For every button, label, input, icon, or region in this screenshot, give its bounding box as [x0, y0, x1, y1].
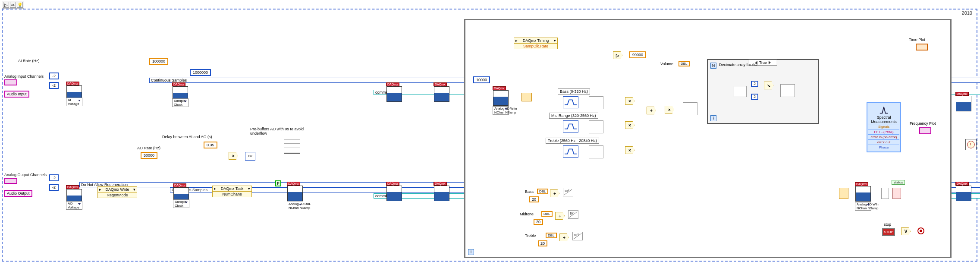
- daqmx-control-ai[interactable]: [386, 86, 402, 102]
- ai-channels-label: Analog Input Channels: [4, 74, 44, 79]
- delay-label: Delay between AI and AO (s): [162, 135, 212, 139]
- treble-20: 20: [538, 240, 547, 246]
- ao-voltage-ring[interactable]: AO Voltage: [66, 201, 82, 210]
- daqmx-write-prebuf[interactable]: Analog 2D DBL NChan NSamp: [287, 186, 303, 201]
- bass-band-label: Bass (0-320 Hz): [558, 88, 590, 95]
- mid-ctrl[interactable]: DBL: [541, 211, 553, 217]
- audio-output-terminal[interactable]: Audio Output: [4, 190, 32, 197]
- sample-clock-1[interactable]: Sample Clock: [172, 98, 188, 107]
- case-structure: True N Decimate array for AO 2 2 ↘ i: [707, 59, 819, 124]
- treble-band-label: Treble (2560 Hz - 20840 Hz): [546, 138, 599, 144]
- daqmx-start-ai[interactable]: [434, 86, 449, 102]
- daqmx-clear-ao[interactable]: [956, 186, 971, 201]
- build-wfm: [683, 102, 697, 115]
- ai-channels-terminal[interactable]: [4, 79, 17, 85]
- filter-treble[interactable]: [563, 145, 578, 158]
- get-wfm-comp-3: [589, 145, 603, 158]
- analog-1d-wfm-in[interactable]: Analog 1D Wfm NChan NSamp: [493, 106, 509, 115]
- daqmx-timing-ai[interactable]: Sample Clock: [173, 86, 188, 102]
- get-wfm-comp-2: [589, 120, 603, 133]
- const-2a: 2: [751, 81, 758, 87]
- svg-text:x: x: [578, 233, 579, 235]
- simple-error-handler[interactable]: !: [965, 139, 977, 150]
- const-neg2-d: -2: [49, 184, 59, 191]
- while-i: i: [468, 249, 474, 255]
- freq-plot-terminal[interactable]: [919, 127, 931, 134]
- index-array: [521, 93, 532, 101]
- or-stop: V: [901, 227, 911, 235]
- bass-10x: 10x: [563, 188, 573, 196]
- const-10000: 10000: [473, 76, 490, 83]
- const-1000000: 1000000: [190, 69, 211, 76]
- daqmx-write-prop[interactable]: ▸DAQmx Write▾ RegenMode: [97, 186, 137, 198]
- analog-1d-wfm-out[interactable]: Analog 1D Wfm NChan NSamp: [855, 202, 871, 211]
- daqmx-read[interactable]: Analog 1D Wfm NChan NSamp: [493, 90, 509, 106]
- ao-rate-label: AO Rate (Hz): [137, 146, 160, 150]
- time-plot-terminal[interactable]: [916, 44, 928, 50]
- sample-clock-2[interactable]: Sample Clock: [173, 199, 189, 208]
- bass-ctrl[interactable]: DBL: [537, 189, 548, 194]
- status-label: status: [892, 180, 905, 185]
- daqmx-start-ao[interactable]: [434, 186, 449, 201]
- decimate-label: Decimate array for AO: [719, 63, 757, 67]
- mult-bass: ×: [625, 97, 634, 105]
- run-icon[interactable]: ▷: [3, 2, 9, 8]
- mid-ctrl-label: Midtone: [520, 212, 534, 216]
- for-i: i: [710, 115, 716, 121]
- daqmx-create-ao[interactable]: AO Voltage: [66, 189, 82, 205]
- const-neg2-b: -2: [49, 82, 59, 89]
- spectral-measurements[interactable]: Spectral Measurements Signals FFT - (Pea…: [867, 102, 901, 152]
- filter-mid[interactable]: [563, 120, 578, 132]
- audio-input-terminal[interactable]: Audio Input: [4, 91, 29, 98]
- analog-2d-dbl[interactable]: Analog 2D DBL NChan NSamp: [287, 202, 303, 210]
- const-99000: 99000: [629, 51, 646, 58]
- const-100000: 100000: [149, 58, 168, 65]
- mid-band-label: Mid Range (320-2560 Hz): [549, 113, 598, 119]
- prebuffer-comment: Pre-buffers AO with 0s to avoid underflo…: [250, 127, 306, 136]
- init-array: [284, 139, 300, 154]
- daqmx-control-ao[interactable]: [386, 186, 402, 201]
- volume-terminal[interactable]: DBL: [678, 61, 690, 66]
- highlight-icon[interactable]: 💡: [17, 2, 23, 8]
- svg-text:x: x: [568, 189, 569, 191]
- daqmx-timing-ao[interactable]: Sample Clock: [173, 187, 189, 203]
- daqmx-write-loop[interactable]: Analog 1D Wfm NChan NSamp: [855, 186, 871, 202]
- ao-channels-terminal[interactable]: [4, 178, 17, 184]
- time-plot-label: Time Plot: [909, 38, 925, 42]
- while-loop: 10000 ▸DAQmx Timing▾ SampClk.Rate Analog…: [464, 19, 952, 258]
- bass-div: ÷: [550, 189, 559, 197]
- peak-icon: [868, 105, 899, 115]
- ai-rate-label: AI Rate (Hz): [18, 59, 40, 63]
- const-neg2-c: -2: [49, 174, 59, 181]
- svg-text:!: !: [970, 142, 971, 147]
- daqmx-task-prop[interactable]: ▸DAQmx Task▾ NumChans: [212, 186, 252, 197]
- mult-mid: ×: [625, 121, 634, 129]
- svg-text:10: 10: [565, 189, 568, 192]
- add-bands: +: [647, 107, 656, 114]
- filter-bass[interactable]: [563, 96, 578, 108]
- get-wfm-Y: [734, 86, 747, 97]
- false-const: F: [275, 180, 281, 186]
- run-toolbar: ▷ ⇨ 💡: [2, 1, 24, 9]
- build-array: [839, 188, 848, 199]
- const-neg2-a: -2: [49, 73, 59, 79]
- to-i32: I32: [245, 152, 255, 161]
- stop-button[interactable]: STOP: [882, 228, 895, 236]
- daqmx-timing-prop[interactable]: ▸DAQmx Timing▾ SampClk.Rate: [514, 38, 558, 49]
- run-continuous-icon[interactable]: ⇨: [10, 2, 16, 8]
- ao-channels-label: Analog Output Channels: [4, 173, 47, 177]
- mid-div: ÷: [555, 212, 565, 220]
- mid-10x: 10x: [568, 210, 578, 219]
- merge-errors: [881, 188, 889, 199]
- compare-gt: ▷: [613, 51, 622, 59]
- svg-text:10: 10: [574, 233, 578, 237]
- daqmx-clear-ai[interactable]: [956, 96, 971, 111]
- loop-condition: [917, 227, 924, 234]
- treble-ctrl[interactable]: DBL: [546, 233, 557, 238]
- ai-voltage-ring[interactable]: AI Voltage: [66, 98, 82, 106]
- svg-text:10: 10: [570, 212, 573, 215]
- const-delay: 0.35: [204, 142, 217, 148]
- build-wfm-2: [780, 84, 795, 97]
- daqmx-create-ai[interactable]: AI Voltage: [66, 85, 82, 101]
- freq-plot-label: Frequency Plot: [910, 121, 936, 126]
